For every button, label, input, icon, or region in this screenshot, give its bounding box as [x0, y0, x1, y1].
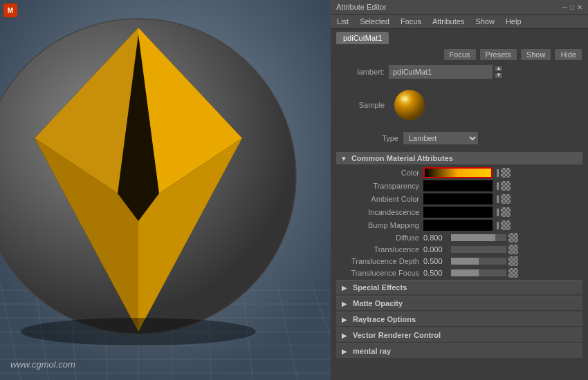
- lambert-label: lambert:: [336, 68, 385, 76]
- incandescence-checkerboard[interactable]: [501, 207, 511, 217]
- incandescence-attr-row: Incandescence ▐: [336, 207, 582, 218]
- menu-selected[interactable]: Selected: [358, 16, 392, 27]
- translucence-slider[interactable]: [451, 246, 506, 253]
- special-effects-section[interactable]: ▶ Special Effects: [336, 280, 582, 294]
- translucence-checkerboard[interactable]: [508, 245, 518, 254]
- presets-button[interactable]: Presets: [479, 48, 517, 61]
- ambient-checkerboard[interactable]: [501, 194, 511, 204]
- focus-button[interactable]: Focus: [443, 48, 477, 61]
- transparency-checkerboard[interactable]: [501, 181, 511, 191]
- translucence-depth-attr-row: Translucence Depth 0.500: [336, 256, 582, 266]
- lambert-row: lambert: ▲ ▼: [336, 65, 582, 79]
- bump-mapping-label: Bump Mapping: [343, 221, 419, 229]
- tab-pdicutmat1[interactable]: pdiCutMat1: [336, 32, 389, 44]
- translucence-focus-slider[interactable]: [451, 269, 506, 276]
- minimize-icon[interactable]: ─: [562, 3, 567, 11]
- type-label: Type: [336, 134, 398, 142]
- arrow-up[interactable]: ▲: [495, 66, 503, 72]
- vector-renderer-arrow: ▶: [342, 332, 347, 339]
- menu-help[interactable]: Help: [504, 16, 524, 27]
- bump-mapping-attr-row: Bump Mapping ▐: [336, 220, 582, 231]
- svg-point-34: [394, 90, 425, 120]
- bump-slider-icon: ▐: [495, 222, 499, 229]
- special-effects-arrow: ▶: [342, 284, 347, 292]
- translucence-label: Translucence: [343, 245, 419, 254]
- svg-point-30: [21, 318, 256, 345]
- color-slider-icon: ▐: [495, 169, 499, 176]
- incandescence-slider-icon: ▐: [495, 209, 499, 216]
- menu-bar: List Selected Focus Attributes Show Help: [331, 15, 588, 29]
- translucence-focus-label: Translucence Focus: [343, 269, 419, 277]
- 3d-viewport[interactable]: M www.cgmol.com: [0, 0, 331, 380]
- watermark: www.cgmol.com: [10, 359, 75, 370]
- common-material-section-header[interactable]: ▼ Common Material Attributes: [336, 152, 582, 164]
- menu-attributes[interactable]: Attributes: [430, 16, 466, 27]
- translucence-focus-attr-row: Translucence Focus 0.500: [336, 268, 582, 278]
- color-attr-row: Color ▐: [336, 167, 582, 178]
- translucence-focus-value: 0.500: [423, 269, 451, 277]
- translucence-value: 0.000: [423, 245, 451, 254]
- transparency-swatch[interactable]: [423, 180, 493, 191]
- hide-button[interactable]: Hide: [554, 48, 582, 61]
- color-swatch[interactable]: [423, 167, 493, 178]
- mental-ray-title: mental ray: [353, 347, 391, 355]
- vector-renderer-title: Vector Renderer Control: [353, 331, 441, 339]
- transparency-label: Transparency: [343, 182, 419, 190]
- tab-row: pdiCutMat1: [331, 29, 588, 44]
- menu-list[interactable]: List: [335, 16, 351, 27]
- translucence-depth-value: 0.500: [423, 257, 451, 265]
- translucence-depth-checkerboard[interactable]: [508, 256, 518, 266]
- section-title: Common Material Attributes: [351, 154, 453, 162]
- header-icons: ─ □ ✕: [562, 3, 582, 11]
- sample-label: Sample: [336, 101, 385, 109]
- arrow-down[interactable]: ▼: [495, 73, 503, 79]
- sample-row: Sample: [336, 84, 582, 126]
- diffuse-attr-row: Diffuse 0.800: [336, 233, 582, 243]
- vector-renderer-section[interactable]: ▶ Vector Renderer Control: [336, 327, 582, 342]
- translucence-focus-checkerboard[interactable]: [508, 268, 518, 278]
- maya-logo: M: [3, 3, 17, 17]
- svg-point-35: [401, 96, 409, 102]
- raytrace-options-title: Raytrace Options: [353, 315, 416, 323]
- attribute-content: Focus Presets Show Hide lambert: ▲ ▼ Sam…: [331, 44, 588, 380]
- bump-swatch[interactable]: [423, 220, 493, 231]
- menu-show[interactable]: Show: [473, 16, 497, 27]
- raytrace-options-arrow: ▶: [342, 316, 347, 323]
- diffuse-label: Diffuse: [343, 234, 419, 242]
- top-buttons: Focus Presets Show Hide: [336, 48, 582, 61]
- matte-opacity-section[interactable]: ▶ Matte Opacity: [336, 296, 582, 310]
- lambert-input[interactable]: [389, 65, 493, 79]
- mental-ray-section[interactable]: ▶ mental ray: [336, 343, 582, 358]
- sample-sphere: [389, 84, 430, 126]
- raytrace-options-section[interactable]: ▶ Raytrace Options: [336, 312, 582, 326]
- section-collapse-arrow: ▼: [340, 155, 347, 162]
- type-select[interactable]: Lambert: [403, 131, 479, 145]
- ambient-slider-icon: ▐: [495, 196, 499, 202]
- bump-checkerboard[interactable]: [501, 220, 511, 230]
- matte-opacity-arrow: ▶: [342, 300, 347, 307]
- lambert-arrows: ▲ ▼: [495, 66, 503, 79]
- type-row: Type Lambert: [336, 131, 582, 145]
- attribute-editor-title: Attribute Editor: [336, 3, 387, 11]
- color-checkerboard[interactable]: [501, 168, 511, 178]
- menu-focus[interactable]: Focus: [398, 16, 423, 27]
- color-label: Color: [343, 169, 419, 177]
- diffuse-checkerboard[interactable]: [508, 233, 518, 243]
- transparency-attr-row: Transparency ▐: [336, 180, 582, 191]
- translucence-attr-row: Translucence 0.000: [336, 245, 582, 254]
- matte-opacity-title: Matte Opacity: [353, 299, 403, 307]
- ambient-color-label: Ambient Color: [343, 195, 419, 203]
- incandescence-swatch[interactable]: [423, 207, 493, 218]
- incandescence-label: Incandescence: [343, 208, 419, 216]
- translucence-depth-slider[interactable]: [451, 258, 506, 265]
- show-button[interactable]: Show: [520, 48, 552, 61]
- diffuse-slider[interactable]: [451, 234, 506, 241]
- svg-text:M: M: [8, 7, 13, 15]
- maximize-icon[interactable]: □: [570, 3, 574, 11]
- attribute-editor-header: Attribute Editor ─ □ ✕: [331, 0, 588, 15]
- mental-ray-arrow: ▶: [342, 348, 347, 355]
- close-icon[interactable]: ✕: [577, 3, 582, 11]
- attribute-editor-panel: Attribute Editor ─ □ ✕ List Selected Foc…: [331, 0, 588, 380]
- special-effects-title: Special Effects: [353, 283, 407, 292]
- ambient-color-swatch[interactable]: [423, 193, 493, 205]
